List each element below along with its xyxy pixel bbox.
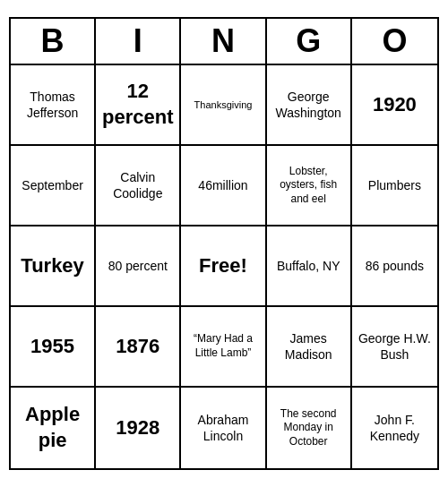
bingo-cell-7: 46million (181, 146, 266, 226)
bingo-cell-13: Buffalo, NY (267, 226, 352, 307)
bingo-cell-19: George H.W. Bush (352, 307, 437, 388)
bingo-letter-o: O (352, 19, 437, 64)
bingo-cell-15: 1955 (11, 307, 96, 388)
bingo-cell-11: 80 percent (96, 226, 181, 307)
bingo-letter-g: G (267, 19, 352, 64)
bingo-cell-12: Free! (181, 226, 266, 307)
bingo-grid: Thomas Jefferson12 percentThanksgivingGe… (11, 65, 437, 468)
bingo-cell-17: “Mary Had a Little Lamb” (181, 307, 266, 388)
bingo-cell-23: The second Monday in October (267, 388, 352, 468)
bingo-cell-6: Calvin Coolidge (96, 146, 181, 226)
bingo-cell-21: 1928 (96, 388, 181, 468)
bingo-letter-i: I (96, 19, 181, 64)
bingo-cell-3: George Washington (267, 65, 352, 146)
bingo-cell-2: Thanksgiving (181, 65, 266, 146)
bingo-cell-10: Turkey (11, 226, 96, 307)
bingo-cell-16: 1876 (96, 307, 181, 388)
bingo-cell-24: John F. Kennedy (352, 388, 437, 468)
bingo-card: BINGO Thomas Jefferson12 percentThanksgi… (9, 17, 439, 470)
bingo-cell-20: Apple pie (11, 388, 96, 468)
bingo-cell-8: Lobster, oysters, fish and eel (267, 146, 352, 226)
bingo-letter-n: N (181, 19, 266, 64)
bingo-cell-0: Thomas Jefferson (11, 65, 96, 146)
bingo-cell-22: Abraham Lincoln (181, 388, 266, 468)
bingo-cell-18: James Madison (267, 307, 352, 388)
bingo-cell-14: 86 pounds (352, 226, 437, 307)
bingo-cell-5: September (11, 146, 96, 226)
bingo-header: BINGO (11, 19, 437, 65)
bingo-letter-b: B (11, 19, 96, 64)
bingo-cell-1: 12 percent (96, 65, 181, 146)
bingo-cell-9: Plumbers (352, 146, 437, 226)
bingo-cell-4: 1920 (352, 65, 437, 146)
